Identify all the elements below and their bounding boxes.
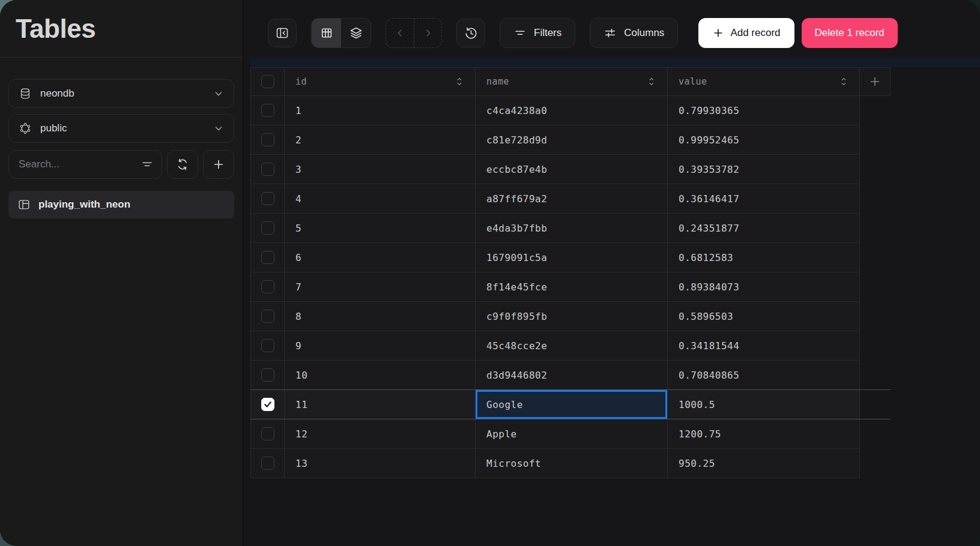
row-name-cell[interactable]: Microsoft (476, 449, 668, 478)
layers-view-button[interactable] (341, 19, 371, 47)
select-all-cell[interactable] (250, 67, 285, 96)
delete-record-label: Delete 1 record (815, 27, 885, 39)
sidebar-body: neondb public (0, 58, 243, 218)
row-id-cell[interactable]: 8 (285, 302, 476, 331)
sort-chevrons-icon[interactable] (839, 76, 848, 87)
row-value-cell[interactable]: 0.6812583 (668, 243, 860, 272)
row-name-cell[interactable]: e4da3b7fbb (476, 214, 668, 243)
row-checkbox[interactable] (261, 280, 274, 293)
sidebar-item-label: playing_with_neon (38, 199, 130, 211)
row-checkbox[interactable] (261, 339, 274, 352)
row-value-cell[interactable]: 950.25 (668, 449, 860, 478)
row-name-cell[interactable]: Google (476, 390, 668, 419)
row-select-cell[interactable] (250, 390, 285, 419)
history-button[interactable] (456, 19, 485, 47)
filters-button[interactable]: Filters (500, 18, 575, 48)
row-name-cell[interactable]: 8f14e45fce (476, 272, 668, 302)
row-id-cell[interactable]: 2 (285, 125, 476, 155)
row-select-cell[interactable] (250, 272, 285, 302)
row-value-cell[interactable]: 0.79930365 (668, 96, 860, 125)
row-extra-cell (860, 243, 891, 272)
row-value-cell[interactable]: 0.89384073 (668, 272, 860, 302)
row-checkbox[interactable] (261, 427, 274, 440)
row-name-cell[interactable]: c4ca4238a0 (476, 96, 668, 125)
sidebar: Tables neondb (0, 0, 243, 546)
row-select-cell[interactable] (250, 331, 285, 361)
record-pagination (386, 18, 442, 48)
row-checkbox[interactable] (261, 398, 274, 411)
row-checkbox[interactable] (261, 457, 274, 470)
row-value-cell[interactable]: 0.34181544 (668, 331, 860, 361)
row-name-cell[interactable]: c9f0f895fb (476, 302, 668, 331)
row-id-cell[interactable]: 12 (285, 419, 476, 449)
collapse-sidebar-button[interactable] (268, 19, 297, 47)
columns-button[interactable]: Columns (590, 18, 678, 48)
sort-chevrons-icon[interactable] (455, 76, 464, 87)
select-all-checkbox[interactable] (261, 75, 274, 88)
row-id-cell[interactable]: 6 (285, 243, 476, 272)
schema-selector[interactable]: public (8, 114, 234, 143)
row-checkbox[interactable] (261, 368, 274, 382)
row-id-cell[interactable]: 10 (285, 361, 476, 390)
row-select-cell[interactable] (250, 214, 285, 243)
prev-page-button[interactable] (386, 19, 414, 47)
row-name-cell[interactable]: a87ff679a2 (476, 184, 668, 214)
row-value-cell[interactable]: 0.36146417 (668, 184, 860, 214)
search-input[interactable] (8, 150, 162, 179)
row-id-cell[interactable]: 4 (285, 184, 476, 214)
row-value-cell[interactable]: 1000.5 (668, 390, 860, 419)
delete-record-button[interactable]: Delete 1 record (802, 18, 898, 48)
row-select-cell[interactable] (250, 96, 285, 125)
add-table-button[interactable] (203, 150, 234, 179)
row-checkbox[interactable] (261, 133, 274, 146)
row-select-cell[interactable] (250, 449, 285, 478)
add-record-button[interactable]: Add record (698, 18, 794, 48)
row-id-cell[interactable]: 11 (285, 390, 476, 419)
add-column-button[interactable] (860, 67, 891, 96)
row-id-cell[interactable]: 3 (285, 155, 476, 184)
row-checkbox[interactable] (261, 310, 274, 323)
row-value-cell[interactable]: 0.99952465 (668, 125, 860, 155)
row-value-cell[interactable]: 0.5896503 (668, 302, 860, 331)
row-id-cell[interactable]: 1 (285, 96, 476, 125)
sort-chevrons-icon[interactable] (647, 76, 656, 87)
column-header-value[interactable]: value (668, 67, 860, 96)
row-name-cell[interactable]: 45c48cce2e (476, 331, 668, 361)
row-value-cell[interactable]: 0.39353782 (668, 155, 860, 184)
refresh-tables-button[interactable] (167, 150, 198, 179)
row-checkbox[interactable] (261, 221, 274, 235)
row-extra-cell (860, 96, 891, 125)
row-name-cell[interactable]: d3d9446802 (476, 361, 668, 390)
row-select-cell[interactable] (250, 125, 285, 155)
table-top-band (250, 58, 980, 67)
row-name-cell[interactable]: c81e728d9d (476, 125, 668, 155)
row-id-cell[interactable]: 7 (285, 272, 476, 302)
row-checkbox[interactable] (261, 104, 274, 117)
row-select-cell[interactable] (250, 184, 285, 214)
row-checkbox[interactable] (261, 163, 274, 176)
row-value-cell[interactable]: 0.70840865 (668, 361, 860, 390)
row-checkbox[interactable] (261, 192, 274, 205)
row-name-cell[interactable]: 1679091c5a (476, 243, 668, 272)
row-select-cell[interactable] (250, 302, 285, 331)
row-checkbox[interactable] (261, 251, 274, 264)
row-select-cell[interactable] (250, 361, 285, 390)
row-name-cell[interactable]: eccbc87e4b (476, 155, 668, 184)
row-id-cell[interactable]: 9 (285, 331, 476, 361)
row-value-cell[interactable]: 1200.75 (668, 419, 860, 449)
sidebar-item-playing-with-neon[interactable]: playing_with_neon (8, 191, 234, 218)
column-header-name[interactable]: name (476, 67, 668, 96)
row-value-cell[interactable]: 0.24351877 (668, 214, 860, 243)
row-select-cell[interactable] (250, 155, 285, 184)
database-selector[interactable]: neondb (8, 79, 234, 108)
grid-view-button[interactable] (312, 19, 341, 47)
row-id-cell[interactable]: 5 (285, 214, 476, 243)
plus-icon (212, 158, 225, 171)
row-select-cell[interactable] (250, 419, 285, 449)
row-select-cell[interactable] (250, 243, 285, 272)
row-name-cell[interactable]: Apple (476, 419, 668, 449)
table-icon (17, 198, 31, 211)
row-id-cell[interactable]: 13 (285, 449, 476, 478)
column-header-id[interactable]: id (285, 67, 476, 96)
next-page-button[interactable] (414, 19, 441, 47)
